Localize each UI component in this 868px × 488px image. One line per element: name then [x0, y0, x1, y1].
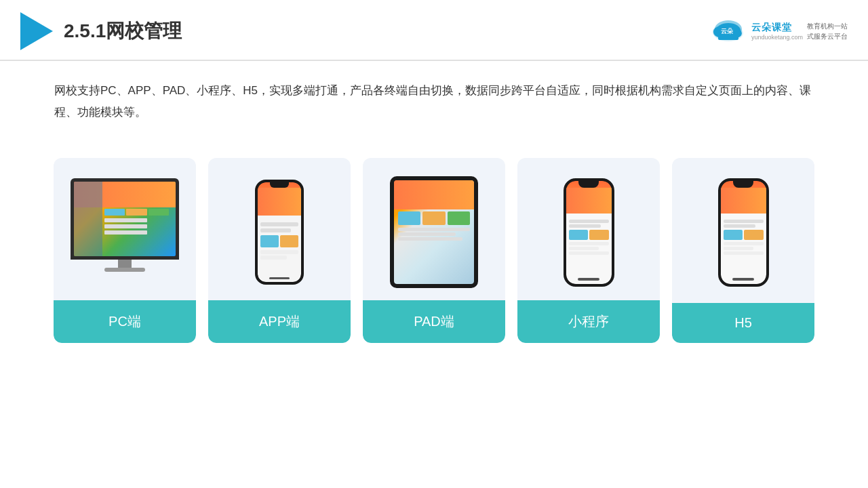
pc-monitor [71, 178, 179, 260]
card-h5-image [672, 158, 814, 300]
phone-home-bar [269, 277, 290, 279]
mini-phone-bar [578, 278, 599, 281]
mini-phone-screen-inner [566, 181, 612, 284]
pc-screen [74, 182, 176, 256]
h5-phone-mockup [718, 178, 769, 287]
card-miniprogram-image [517, 158, 660, 300]
brand-url: yunduoketang.com [751, 34, 803, 41]
brand-name: 云朵课堂 [751, 22, 792, 34]
card-miniprogram: 小程序 [517, 158, 660, 343]
header-right: 云朵 云朵课堂 yunduoketang.com 教育机构一站 式服务云平台 [710, 18, 848, 44]
card-app-label: APP端 [208, 300, 351, 343]
logo-triangle-icon [20, 12, 53, 50]
svg-rect-6 [718, 35, 738, 40]
brand-slogan: 教育机构一站 式服务云平台 [807, 21, 848, 41]
tablet-mockup [390, 176, 478, 288]
app-phone-mockup [255, 180, 304, 285]
card-miniprogram-label: 小程序 [517, 300, 660, 343]
svg-text:云朵: 云朵 [721, 28, 734, 35]
card-pad-label: PAD端 [363, 300, 505, 343]
card-app-image [208, 158, 351, 300]
pc-device-mockup [67, 178, 182, 287]
card-pad-image [363, 158, 505, 300]
card-pc-image [54, 158, 196, 300]
header-left: 2.5.1网校管理 [20, 12, 182, 50]
page-title: 2.5.1网校管理 [64, 18, 182, 44]
h5-mini-phone-screen [721, 181, 766, 284]
card-h5-label: H5 [672, 303, 814, 343]
cloud-logo: 云朵 云朵课堂 yunduoketang.com 教育机构一站 式服务云平台 [710, 18, 848, 44]
cards-container: PC端 [0, 138, 868, 363]
description: 网校支持PC、APP、PAD、小程序、H5，实现多端打通，产品各终端自由切换，数… [0, 61, 868, 131]
cloud-icon: 云朵 [710, 18, 747, 44]
pc-stand [118, 260, 132, 268]
mini-phone-screen [566, 181, 612, 284]
h5-mini-phone-notch [733, 181, 753, 188]
miniprogram-phone-mockup [564, 178, 614, 287]
phone-screen [258, 182, 301, 282]
card-pc: PC端 [54, 158, 196, 343]
brand-text: 云朵课堂 yunduoketang.com [751, 22, 803, 41]
mini-phone-notch [578, 181, 599, 188]
card-h5: H5 [672, 158, 814, 343]
h5-mini-phone-bar [732, 278, 754, 281]
card-app: APP端 [208, 158, 351, 343]
card-pc-label: PC端 [54, 300, 196, 343]
phone-notch [270, 182, 289, 188]
h5-mini-phone-screen-inner [721, 181, 766, 284]
description-text: 网校支持PC、APP、PAD、小程序、H5，实现多端打通，产品各终端自由切换，数… [54, 84, 811, 119]
card-pad: PAD端 [363, 158, 505, 343]
tablet-screen [394, 180, 474, 284]
phone-screen-inner [258, 182, 301, 282]
header: 2.5.1网校管理 云朵 云朵课堂 yunduoketang.com 教育机构一… [0, 0, 868, 61]
pc-base [104, 268, 145, 272]
